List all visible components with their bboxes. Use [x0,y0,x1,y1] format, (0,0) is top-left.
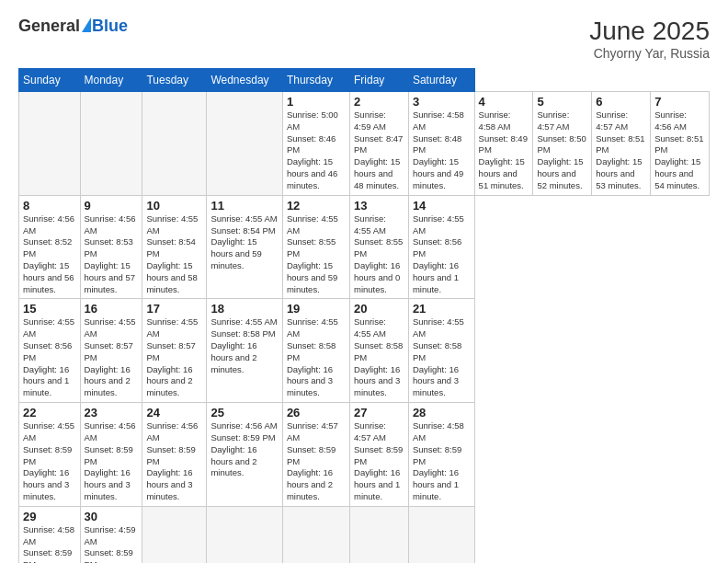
calendar-cell: 27Sunrise: 4:57 AM Sunset: 8:59 PM Dayli… [350,403,409,507]
day-number: 15 [23,302,76,316]
day-info: Sunrise: 4:55 AM Sunset: 8:55 PM Dayligh… [354,213,404,296]
day-number: 19 [287,302,346,316]
day-number: 4 [479,95,529,109]
day-number: 18 [210,302,278,316]
calendar-header-wednesday: Wednesday [207,69,282,92]
day-number: 3 [413,95,471,109]
day-number: 25 [210,406,278,419]
day-number: 30 [85,510,139,523]
day-info: Sunrise: 4:55 AM Sunset: 8:58 PM Dayligh… [354,316,404,399]
calendar-cell [350,506,409,563]
calendar-cell: 10Sunrise: 4:55 AM Sunset: 8:54 PM Dayli… [142,195,207,299]
calendar-cell [142,506,207,563]
day-number: 10 [146,199,202,213]
day-number: 1 [287,95,346,109]
day-number: 11 [210,199,278,213]
day-number: 6 [596,95,646,109]
calendar-cell [282,506,349,563]
calendar-cell: 18Sunrise: 4:55 AM Sunset: 8:58 PM Dayli… [207,299,282,403]
calendar-week-row-4: 29Sunrise: 4:58 AM Sunset: 8:59 PM Dayli… [19,506,710,563]
day-number: 28 [413,406,471,419]
calendar-cell: 23Sunrise: 4:56 AM Sunset: 8:59 PM Dayli… [80,403,142,507]
day-number: 27 [354,406,404,419]
calendar-header-sunday: Sunday [19,69,81,92]
calendar-cell [80,92,142,196]
calendar-cell: 15Sunrise: 4:55 AM Sunset: 8:56 PM Dayli… [19,299,81,403]
day-number: 26 [287,406,346,419]
day-info: Sunrise: 4:59 AM Sunset: 8:47 PM Dayligh… [354,109,404,192]
calendar-cell: 7Sunrise: 4:56 AM Sunset: 8:51 PM Daylig… [651,92,710,196]
month-title: June 2025 [589,17,710,46]
calendar-cell: 22Sunrise: 4:55 AM Sunset: 8:59 PM Dayli… [19,403,81,507]
calendar-week-row-2: 15Sunrise: 4:55 AM Sunset: 8:56 PM Dayli… [19,299,710,403]
day-info: Sunrise: 4:59 AM Sunset: 8:59 PM Dayligh… [85,524,139,563]
page: General Blue June 2025 Chyorny Yar, Russ… [0,0,728,563]
logo: General Blue [18,17,128,36]
day-number: 13 [354,199,404,213]
calendar-week-row-3: 22Sunrise: 4:55 AM Sunset: 8:59 PM Dayli… [19,403,710,507]
day-info: Sunrise: 4:55 AM Sunset: 8:58 PM Dayligh… [413,316,471,399]
day-info: Sunrise: 4:55 AM Sunset: 8:59 PM Dayligh… [23,420,76,503]
calendar-cell: 30Sunrise: 4:59 AM Sunset: 8:59 PM Dayli… [80,506,142,563]
calendar-cell [142,92,207,196]
day-info: Sunrise: 4:55 AM Sunset: 8:58 PM Dayligh… [210,316,278,375]
day-info: Sunrise: 4:55 AM Sunset: 8:58 PM Dayligh… [287,316,346,399]
calendar-cell: 16Sunrise: 4:55 AM Sunset: 8:57 PM Dayli… [80,299,142,403]
day-info: Sunrise: 4:58 AM Sunset: 8:48 PM Dayligh… [413,109,471,192]
day-info: Sunrise: 4:55 AM Sunset: 8:57 PM Dayligh… [85,316,139,399]
day-number: 16 [85,302,139,316]
calendar-cell: 19Sunrise: 4:55 AM Sunset: 8:58 PM Dayli… [282,299,349,403]
calendar-cell: 20Sunrise: 4:55 AM Sunset: 8:58 PM Dayli… [350,299,409,403]
day-info: Sunrise: 4:58 AM Sunset: 8:49 PM Dayligh… [479,109,529,192]
calendar-cell: 21Sunrise: 4:55 AM Sunset: 8:58 PM Dayli… [408,299,474,403]
calendar-table: SundayMondayTuesdayWednesdayThursdayFrid… [18,68,710,563]
day-info: Sunrise: 4:57 AM Sunset: 8:59 PM Dayligh… [287,420,346,503]
calendar-cell [207,506,282,563]
calendar-cell [408,506,474,563]
logo-general-text: General [18,17,80,36]
day-info: Sunrise: 4:55 AM Sunset: 8:56 PM Dayligh… [23,316,76,399]
calendar-header-thursday: Thursday [282,69,349,92]
calendar-cell: 1Sunrise: 5:00 AM Sunset: 8:46 PM Daylig… [282,92,349,196]
calendar-header-monday: Monday [80,69,142,92]
calendar-header-row: SundayMondayTuesdayWednesdayThursdayFrid… [19,69,710,92]
day-info: Sunrise: 4:58 AM Sunset: 8:59 PM Dayligh… [23,524,76,563]
day-info: Sunrise: 5:00 AM Sunset: 8:46 PM Dayligh… [287,109,346,192]
day-number: 20 [354,302,404,316]
day-info: Sunrise: 4:56 AM Sunset: 8:59 PM Dayligh… [146,420,202,503]
calendar-cell: 13Sunrise: 4:55 AM Sunset: 8:55 PM Dayli… [350,195,409,299]
calendar-cell: 2Sunrise: 4:59 AM Sunset: 8:47 PM Daylig… [350,92,409,196]
day-info: Sunrise: 4:57 AM Sunset: 8:59 PM Dayligh… [354,420,404,503]
calendar-cell: 6Sunrise: 4:57 AM Sunset: 8:51 PM Daylig… [592,92,651,196]
day-number: 29 [23,510,76,523]
calendar-header-tuesday: Tuesday [142,69,207,92]
day-number: 17 [146,302,202,316]
day-info: Sunrise: 4:57 AM Sunset: 8:51 PM Dayligh… [596,109,646,192]
calendar-cell: 26Sunrise: 4:57 AM Sunset: 8:59 PM Dayli… [282,403,349,507]
day-number: 22 [23,406,76,419]
calendar-cell: 24Sunrise: 4:56 AM Sunset: 8:59 PM Dayli… [142,403,207,507]
day-info: Sunrise: 4:56 AM Sunset: 8:52 PM Dayligh… [23,213,76,296]
day-info: Sunrise: 4:56 AM Sunset: 8:59 PM Dayligh… [210,420,278,479]
day-info: Sunrise: 4:56 AM Sunset: 8:51 PM Dayligh… [654,109,705,192]
calendar-cell: 11Sunrise: 4:55 AM Sunset: 8:54 PM Dayli… [207,195,282,299]
logo-blue-text: Blue [92,17,128,36]
calendar-header-friday: Friday [350,69,409,92]
calendar-cell: 4Sunrise: 4:58 AM Sunset: 8:49 PM Daylig… [474,92,533,196]
day-info: Sunrise: 4:55 AM Sunset: 8:57 PM Dayligh… [146,316,202,399]
calendar-week-row-1: 8Sunrise: 4:56 AM Sunset: 8:52 PM Daylig… [19,195,710,299]
day-number: 23 [85,406,139,419]
calendar-header-saturday: Saturday [408,69,474,92]
day-info: Sunrise: 4:55 AM Sunset: 8:54 PM Dayligh… [146,213,202,296]
day-info: Sunrise: 4:58 AM Sunset: 8:59 PM Dayligh… [413,420,471,503]
header: General Blue June 2025 Chyorny Yar, Russ… [18,17,710,61]
day-number: 12 [287,199,346,213]
day-number: 2 [354,95,404,109]
calendar-cell: 8Sunrise: 4:56 AM Sunset: 8:52 PM Daylig… [19,195,81,299]
day-info: Sunrise: 4:56 AM Sunset: 8:59 PM Dayligh… [85,420,139,503]
day-number: 8 [23,199,76,213]
day-info: Sunrise: 4:57 AM Sunset: 8:50 PM Dayligh… [537,109,587,192]
calendar-cell: 25Sunrise: 4:56 AM Sunset: 8:59 PM Dayli… [207,403,282,507]
calendar-week-row-0: 1Sunrise: 5:00 AM Sunset: 8:46 PM Daylig… [19,92,710,196]
day-number: 21 [413,302,471,316]
